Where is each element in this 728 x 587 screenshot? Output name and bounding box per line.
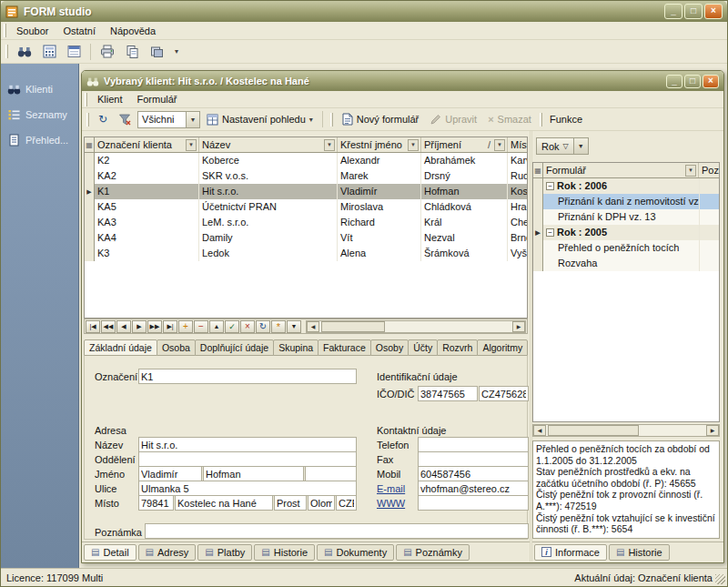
tab-algoritmy[interactable]: Algoritmy — [477, 339, 528, 356]
scrollbar-track[interactable] — [319, 321, 512, 332]
btab-platby[interactable]: ▤Platby — [197, 544, 252, 561]
city-input[interactable] — [175, 495, 273, 511]
nav-post-button[interactable]: ✓ — [225, 320, 239, 333]
nav-prev-page-button[interactable]: ◀◀ — [101, 320, 116, 333]
toolbar-grip[interactable] — [5, 45, 8, 58]
lastname-input[interactable] — [203, 466, 304, 481]
column-header-nazev[interactable]: Název▼ — [199, 137, 338, 152]
btab-adresy[interactable]: ▤Adresy — [138, 544, 197, 561]
column-dropdown-icon[interactable]: ▼ — [685, 165, 696, 177]
column-header-formular[interactable]: Formulář▼ — [543, 163, 699, 177]
firstname-input[interactable] — [138, 466, 202, 481]
nav-filter-button[interactable]: ▼ — [287, 320, 301, 333]
nav-bookmark-button[interactable]: * — [271, 320, 286, 333]
nav-next-button[interactable]: ▶ — [132, 320, 147, 333]
column-dropdown-icon[interactable]: ▼ — [186, 139, 197, 151]
fax-input[interactable] — [418, 451, 529, 467]
clear-filter-button[interactable] — [114, 109, 136, 129]
menubar-grip[interactable] — [4, 24, 6, 37]
view-settings-button[interactable]: Nastavení pohledu ▾ — [202, 109, 318, 129]
minimize-button[interactable]: _ — [666, 75, 682, 88]
telefon-input[interactable] — [418, 437, 529, 452]
scrollbar-thumb[interactable] — [321, 321, 385, 332]
menu-item-soubor[interactable]: Soubor — [9, 23, 56, 39]
district-input[interactable] — [274, 495, 307, 511]
new-form-button[interactable]: Nový formulář — [338, 109, 423, 129]
column-dropdown-icon[interactable]: ▼ — [324, 139, 335, 151]
mobil-input[interactable] — [418, 466, 529, 481]
scroll-left-button[interactable]: ◀ — [307, 321, 319, 332]
toolbar-grip[interactable] — [540, 113, 542, 127]
psc-input[interactable] — [138, 495, 174, 511]
table-row[interactable]: K3 Ledok Alena Šrámková Vyšk — [85, 246, 527, 261]
group-row[interactable]: −Rok : 2006 — [533, 178, 719, 194]
delete-button[interactable]: × Smazat — [483, 109, 536, 129]
maximize-button[interactable]: □ — [684, 75, 701, 88]
table-row-selected[interactable]: ▶ K1 Hit s.r.o. Vladimír Hofman Kost — [85, 184, 527, 199]
column-header-poz[interactable]: Poz — [699, 163, 719, 177]
refresh-button[interactable]: ↻ — [94, 109, 112, 129]
www-label[interactable]: WWW — [377, 498, 405, 509]
client-window-titlebar[interactable]: Vybraný klient: Hit s.r.o. / Kostelec na… — [82, 71, 723, 91]
menu-item-napoveda[interactable]: Nápověda — [103, 23, 163, 39]
filter-combobox[interactable]: Všichni ▼ — [137, 111, 200, 128]
toolbar-overflow-button[interactable]: ▾ — [170, 42, 183, 62]
oddeleni-input[interactable] — [138, 451, 357, 467]
nav-next-page-button[interactable]: ▶▶ — [147, 320, 162, 333]
email-input[interactable] — [418, 481, 529, 496]
collapse-icon[interactable]: − — [546, 228, 554, 237]
resize-grip[interactable] — [715, 574, 725, 584]
copy-toolbar-button[interactable] — [121, 42, 144, 62]
tab-doplnujici-udaje[interactable]: Doplňující údaje — [195, 339, 274, 356]
close-button[interactable]: × — [703, 75, 719, 88]
menu-item-ostatni[interactable]: Ostatní — [56, 23, 102, 39]
menubar-grip[interactable] — [85, 93, 87, 106]
tab-informace[interactable]: iInformace — [534, 544, 607, 561]
scroll-right-button[interactable]: ▶ — [706, 425, 719, 436]
btab-historie[interactable]: ▤Historie — [254, 544, 315, 561]
form-row[interactable]: Přiznání k DPH vz. 13 — [533, 209, 719, 225]
form-row[interactable]: Přehled o peněžních tocích — [533, 240, 719, 256]
column-header-krestni-jmeno[interactable]: Křestní jméno▼ — [338, 137, 421, 152]
nav-insert-button[interactable]: + — [178, 320, 193, 333]
group-row[interactable]: ▶ −Rok : 2005 — [533, 225, 719, 240]
print-toolbar-button[interactable] — [96, 42, 119, 62]
ulice-input[interactable] — [138, 481, 357, 496]
forms-toolbar-button[interactable] — [63, 42, 86, 62]
close-button[interactable]: × — [704, 4, 723, 19]
scrollbar-thumb[interactable] — [548, 425, 639, 436]
scroll-left-button[interactable]: ◀ — [533, 425, 546, 436]
menu-item-klient[interactable]: Klient — [90, 91, 130, 107]
sidebar-item-prehled[interactable]: Přehled... — [1, 127, 78, 153]
region-input[interactable] — [308, 495, 335, 511]
scrollbar-track[interactable] — [546, 425, 706, 436]
minimize-button[interactable]: _ — [664, 4, 682, 19]
nazev-input[interactable] — [138, 437, 357, 452]
table-row[interactable]: K2 Koberce Alexandr Abrahámek Karv — [85, 153, 527, 168]
table-row[interactable]: KA2 SKR v.o.s. Marek Drsný Rudn — [85, 168, 527, 184]
nav-first-button[interactable]: |◀ — [86, 320, 100, 333]
toolbar-grip[interactable] — [330, 113, 333, 127]
edit-button[interactable]: Upravit — [425, 109, 481, 129]
tab-osoby[interactable]: Osoby — [370, 339, 409, 356]
table-row[interactable]: KA4 Damily Vít Nezval Brno — [85, 230, 527, 246]
btab-poznamky[interactable]: ▤Poznámky — [396, 544, 470, 561]
nav-cancel-button[interactable]: × — [240, 320, 255, 333]
email-label[interactable]: E-mail — [377, 483, 405, 494]
btab-detail[interactable]: ▤Detail — [84, 544, 136, 561]
maximize-button[interactable]: □ — [684, 4, 703, 19]
calculator-toolbar-button[interactable] — [38, 42, 61, 62]
tab-osoba[interactable]: Osoba — [157, 339, 196, 356]
toolbar-grip[interactable] — [86, 113, 89, 127]
tab-skupina[interactable]: Skupina — [273, 339, 318, 356]
column-dropdown-icon[interactable]: ▼ — [408, 139, 419, 151]
tab-rozvrh[interactable]: Rozvrh — [437, 339, 478, 356]
reports-toolbar-button[interactable] — [146, 42, 168, 62]
tab-ucty[interactable]: Účty — [408, 339, 438, 356]
dropdown-icon[interactable]: ▼ — [186, 112, 199, 127]
column-header-oznaceni-klienta[interactable]: Označení klienta▼ — [95, 137, 199, 152]
menu-item-formular[interactable]: Formulář — [130, 91, 185, 107]
tab-historie-right[interactable]: ▤Historie — [609, 544, 670, 561]
nav-delete-button[interactable]: − — [194, 320, 208, 333]
window-titlebar[interactable]: FORM studio _ □ × — [1, 1, 727, 22]
